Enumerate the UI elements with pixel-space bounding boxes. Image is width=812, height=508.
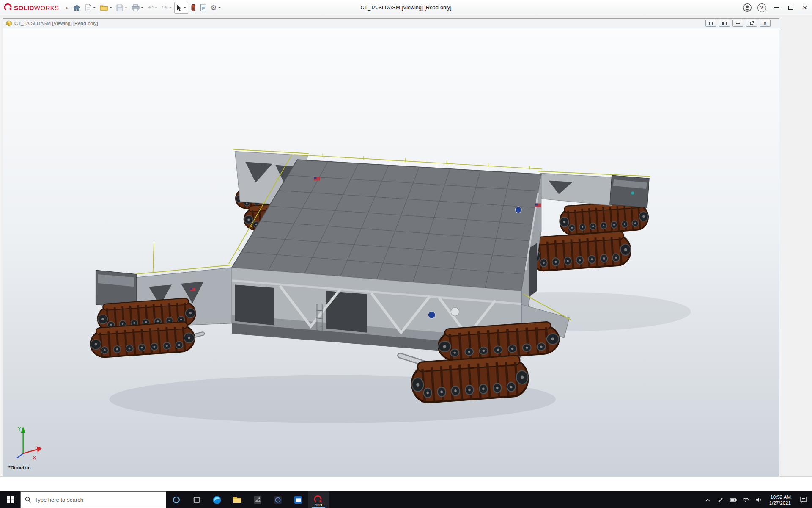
- action-center-icon: [800, 497, 807, 503]
- document-title: CT_TA.SLDASM [Viewing] [Read-only]: [14, 21, 98, 26]
- print-icon: [132, 4, 140, 11]
- taskbar-clock[interactable]: 10:52 AM 1/27/2021: [765, 491, 795, 508]
- x-axis-label: X: [33, 455, 36, 461]
- edge-button[interactable]: [207, 491, 227, 508]
- y-axis-label: Y: [17, 425, 21, 432]
- edge-icon: [212, 495, 222, 505]
- quick-access-toolbar: ↶ ↷ ⚙: [71, 1, 223, 14]
- main-toolbar: SOLIDWORKS ▸ ↶ ↷: [0, 0, 812, 15]
- home-button[interactable]: [71, 2, 82, 14]
- crawler-transporter-model: Y X: [3, 28, 779, 476]
- photos-app-icon: [253, 496, 262, 504]
- app-button-1[interactable]: [247, 491, 268, 508]
- new-document-button[interactable]: [83, 2, 97, 14]
- print-button[interactable]: [130, 2, 145, 14]
- minimize-button[interactable]: [769, 0, 783, 15]
- tray-expand-button[interactable]: [702, 491, 714, 508]
- redo-dropdown[interactable]: [169, 7, 172, 8]
- rear-right-arm: [537, 171, 650, 207]
- file-explorer-button[interactable]: [227, 491, 247, 508]
- solidworks-brand: SOLIDWORKS ▸: [4, 0, 69, 15]
- battery-tray-button[interactable]: [727, 491, 740, 508]
- maximize-icon: [788, 6, 793, 10]
- rebuild-button[interactable]: [189, 2, 198, 14]
- doc-close-icon: ×: [763, 21, 766, 26]
- windows-taskbar: 2021 10:52 AM 1/27/2021: [0, 491, 812, 508]
- speaker-icon: [756, 497, 762, 502]
- user-account-icon: [743, 3, 752, 12]
- window-app-icon: [294, 496, 302, 504]
- cortana-button[interactable]: [166, 491, 187, 508]
- tile-viewport-button[interactable]: [705, 20, 716, 27]
- rebuild-icon: [191, 4, 196, 11]
- doc-restore-icon: [750, 22, 753, 25]
- split-viewport-button[interactable]: [719, 20, 730, 27]
- nasa-logo-decal: [515, 207, 521, 213]
- task-view-icon: [193, 497, 200, 503]
- doc-close-button[interactable]: ×: [760, 20, 771, 27]
- help-button[interactable]: ?: [754, 0, 769, 15]
- solidworks-version-badge: 2021: [315, 503, 323, 507]
- select-arrow-icon: [176, 4, 182, 11]
- volume-tray-button[interactable]: [752, 491, 765, 508]
- close-button[interactable]: ×: [798, 0, 812, 15]
- app-button-2[interactable]: [268, 491, 288, 508]
- print-dropdown[interactable]: [141, 7, 143, 8]
- front-left-tracks: [90, 298, 196, 358]
- taskbar-search[interactable]: [20, 491, 166, 508]
- windows-logo-icon: [7, 496, 14, 503]
- save-button[interactable]: [115, 2, 129, 14]
- chevron-up-icon: [705, 498, 710, 502]
- menu-expand-icon[interactable]: ▸: [66, 5, 69, 11]
- redo-button[interactable]: ↷: [160, 2, 173, 14]
- orientation-triad: Y X: [17, 425, 42, 461]
- network-tray-button[interactable]: [740, 491, 752, 508]
- save-dropdown[interactable]: [125, 7, 127, 8]
- window-controls: ? ×: [740, 0, 812, 15]
- cortana-icon: [173, 496, 180, 504]
- search-icon: [25, 497, 31, 503]
- options-dropdown[interactable]: [218, 7, 221, 8]
- graphics-viewport[interactable]: Y X *Dimetric: [3, 28, 779, 476]
- select-tool-button[interactable]: [174, 2, 188, 14]
- save-icon: [116, 4, 123, 11]
- account-button[interactable]: [740, 0, 754, 15]
- action-center-button[interactable]: [795, 491, 812, 508]
- help-icon: ?: [757, 3, 766, 12]
- app-button-3[interactable]: [288, 491, 308, 508]
- solidworks-logo-icon: [4, 3, 13, 12]
- home-icon: [73, 4, 81, 11]
- select-dropdown[interactable]: [184, 7, 186, 8]
- system-tray: 10:52 AM 1/27/2021: [702, 491, 812, 508]
- status-bar: [0, 476, 812, 491]
- file-properties-icon: [200, 4, 206, 11]
- document-window-buttons: ×: [705, 20, 776, 27]
- doc-minimize-button[interactable]: [732, 20, 743, 27]
- close-icon: ×: [803, 4, 807, 11]
- pen-icon: [718, 497, 724, 503]
- open-button[interactable]: [98, 2, 114, 14]
- new-document-icon: [85, 4, 92, 11]
- clock-time: 10:52 AM: [770, 494, 791, 500]
- open-dropdown[interactable]: [110, 7, 112, 8]
- single-viewport-icon: [709, 22, 713, 25]
- pen-tray-button[interactable]: [714, 491, 727, 508]
- file-explorer-icon: [233, 496, 242, 504]
- minimize-icon: [774, 7, 779, 8]
- document-titlebar[interactable]: CT_TA.SLDASM [Viewing] [Read-only] ×: [3, 18, 779, 28]
- undo-dropdown[interactable]: [155, 7, 157, 8]
- new-document-dropdown[interactable]: [93, 7, 96, 8]
- solidworks-taskbar-button[interactable]: 2021: [308, 491, 329, 508]
- file-properties-button[interactable]: [198, 2, 208, 14]
- task-view-button[interactable]: [187, 491, 207, 508]
- start-button[interactable]: [0, 491, 20, 508]
- view-orientation-label: *Dimetric: [8, 465, 31, 471]
- undo-button[interactable]: ↶: [146, 2, 159, 14]
- clock-date: 1/27/2021: [769, 500, 791, 506]
- nasa-logo-decal: [428, 311, 435, 318]
- options-button[interactable]: ⚙: [209, 2, 222, 14]
- battery-icon: [730, 498, 737, 502]
- doc-restore-button[interactable]: [746, 20, 757, 27]
- search-input[interactable]: [35, 497, 162, 503]
- maximize-button[interactable]: [783, 0, 798, 15]
